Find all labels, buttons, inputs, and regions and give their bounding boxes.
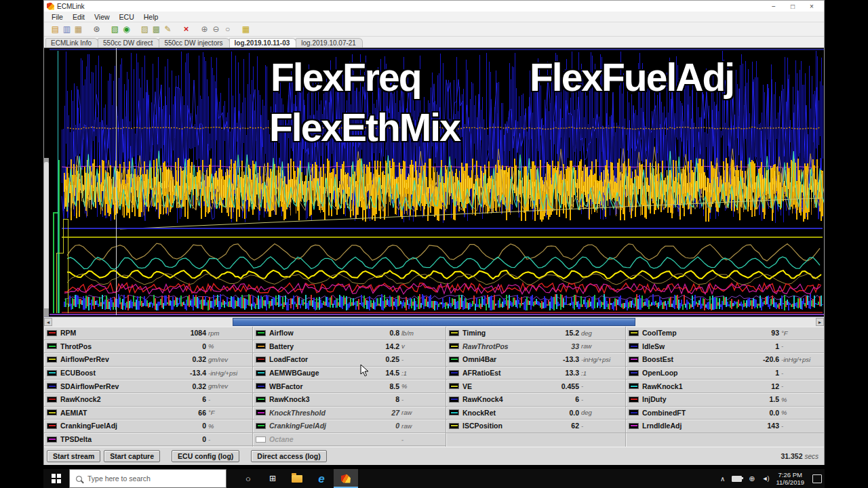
channel-row[interactable]: CrankingFuelAdj0% bbox=[44, 420, 252, 433]
channel-row[interactable]: ECUBoost-13.4-inHg/+psi bbox=[44, 367, 252, 380]
channel-row[interactable]: AEMIAT66°F bbox=[44, 407, 252, 420]
tune-wrench-icon[interactable]: ✎ bbox=[162, 24, 174, 35]
ecu-config-log--button[interactable]: ECU config (log) bbox=[172, 450, 239, 462]
battery-icon[interactable] bbox=[732, 476, 742, 482]
channel-row[interactable]: ISCPosition62- bbox=[446, 420, 625, 433]
graph-vertical-scrollbar[interactable] bbox=[44, 158, 49, 317]
taskbar-icon-edge[interactable]: e bbox=[309, 469, 334, 488]
channel-row[interactable]: KnockThreshold27raw bbox=[253, 407, 446, 420]
channel-row[interactable]: Octane- bbox=[253, 433, 446, 447]
volume-icon[interactable]: ◄) bbox=[762, 475, 769, 482]
channel-row[interactable]: RawKnock38- bbox=[253, 393, 446, 407]
channel-row[interactable]: RPM1084rpm bbox=[44, 327, 252, 340]
channel-value: 12 bbox=[744, 382, 779, 390]
taskbar-icon-task-view[interactable]: ⊞ bbox=[260, 469, 285, 488]
channel-row[interactable]: TPSDelta0- bbox=[44, 433, 252, 447]
graph-horizontal-scrollbar-thumb[interactable] bbox=[233, 318, 635, 326]
restore-button[interactable]: □ bbox=[783, 1, 802, 12]
taskbar-icon-ecmlink[interactable] bbox=[334, 469, 358, 488]
channel-row[interactable]: WBFactor8.5% bbox=[253, 380, 446, 393]
taskbar-icon-cortana[interactable]: ○ bbox=[236, 469, 260, 488]
channel-row[interactable]: VE0.455- bbox=[446, 380, 625, 393]
channel-row[interactable]: ThrotPos0% bbox=[44, 340, 252, 354]
channel-row[interactable]: RawKnock46- bbox=[446, 393, 625, 407]
start-capture-button[interactable]: Start capture bbox=[104, 450, 160, 462]
log-graph[interactable]: FlexFreqFlexFuelAdjFlexEthMix bbox=[44, 47, 824, 317]
tab-bar: ECMLink Info550cc DW direct550cc DW inje… bbox=[44, 37, 824, 47]
channel-unit: lb/m bbox=[401, 329, 442, 337]
copy-log-icon[interactable]: ▦ bbox=[73, 24, 84, 35]
channel-unit: rpm bbox=[208, 329, 249, 337]
save-log-icon[interactable]: ▥ bbox=[61, 24, 73, 35]
menu-ecu[interactable]: ECU bbox=[115, 13, 139, 21]
minimize-button[interactable]: − bbox=[764, 1, 783, 12]
channel-row[interactable]: CombinedFT0.0% bbox=[626, 407, 824, 420]
tray-expand-icon[interactable]: ∧ bbox=[720, 475, 725, 483]
start-stream-button[interactable]: Start stream bbox=[47, 450, 100, 462]
channel-row[interactable]: InjDuty1.5% bbox=[626, 393, 824, 407]
taskbar-search[interactable]: Type here to search bbox=[69, 469, 226, 488]
zoom-out-icon[interactable]: ⊖ bbox=[210, 24, 222, 35]
channel-unit: - bbox=[401, 356, 442, 363]
channel-color-swatch bbox=[629, 357, 639, 363]
import-table-icon[interactable]: ▧ bbox=[109, 24, 121, 35]
settings-gear-icon[interactable]: ⊛ bbox=[91, 24, 102, 35]
channel-unit: raw bbox=[401, 422, 442, 430]
channel-row[interactable]: LoadFactor0.25- bbox=[253, 353, 446, 367]
channel-name: InjDuty bbox=[642, 395, 744, 403]
tab-log-2019-10-11-03[interactable]: log.2019.10.11-03 bbox=[229, 38, 297, 47]
channel-row[interactable]: KnockRet0.0deg bbox=[446, 407, 625, 420]
network-icon[interactable]: ⊕ bbox=[749, 474, 755, 483]
tab-log-2019-10-07-21[interactable]: log.2019.10.07-21 bbox=[296, 38, 363, 47]
open-log-icon[interactable]: ▤ bbox=[50, 24, 61, 35]
zoom-in-icon[interactable]: ⊕ bbox=[199, 24, 210, 35]
menu-edit[interactable]: Edit bbox=[68, 13, 90, 21]
channel-row[interactable]: CrankingFuelAdj0raw bbox=[253, 420, 446, 433]
start-button[interactable] bbox=[43, 469, 69, 488]
channel-unit: - bbox=[208, 396, 249, 403]
menu-view[interactable]: View bbox=[90, 13, 115, 21]
tab-550cc-dw-injectors[interactable]: 550cc DW injectors bbox=[159, 38, 229, 47]
menu-file[interactable]: File bbox=[47, 13, 68, 21]
channel-name: ThrotPos bbox=[60, 342, 171, 350]
channel-row[interactable]: RawKnock112- bbox=[626, 380, 824, 393]
direct-access-log--button[interactable]: Direct access (log) bbox=[251, 450, 326, 462]
display-options-icon[interactable]: ▦ bbox=[240, 24, 252, 35]
table-tools-icon[interactable]: ▩ bbox=[151, 24, 162, 35]
graph-horizontal-scrollbar[interactable]: ◄ ► bbox=[44, 317, 824, 327]
channel-row[interactable]: RawKnock26- bbox=[44, 393, 252, 407]
system-tray: ∧ ⊕ ◄) 7:26 PM 11/6/2019 bbox=[717, 469, 825, 488]
scroll-left-arrow[interactable]: ◄ bbox=[44, 318, 52, 326]
channel-row[interactable]: BoostEst-20.6-inHg/+psi bbox=[626, 353, 824, 367]
taskbar-clock[interactable]: 7:26 PM 11/6/2019 bbox=[776, 471, 804, 486]
channel-row[interactable]: AirflowPerRev0.32gm/rev bbox=[44, 353, 252, 367]
menu-help[interactable]: Help bbox=[139, 13, 163, 21]
channel-row[interactable]: LrndIdleAdj143- bbox=[626, 420, 824, 433]
channel-row[interactable]: OpenLoop1- bbox=[626, 367, 824, 380]
graph-vertical-scrollbar-thumb[interactable] bbox=[44, 162, 49, 308]
channel-row[interactable]: Omni4Bar-13.3-inHg/+psi bbox=[446, 353, 625, 367]
channel-row[interactable]: RawThrotPos33raw bbox=[446, 340, 625, 354]
zoom-reset-icon[interactable]: ○ bbox=[222, 24, 233, 35]
channel-value: 33 bbox=[544, 342, 579, 350]
channel-row[interactable]: Timing15.2deg bbox=[446, 327, 625, 340]
channel-value: 93 bbox=[744, 329, 779, 337]
channel-row[interactable]: IdleSw1- bbox=[626, 340, 824, 354]
channel-row[interactable]: SDAirflowPerRev0.32gm/rev bbox=[44, 380, 252, 393]
close-button[interactable]: × bbox=[802, 1, 821, 12]
channel-row[interactable]: AEMWBGauge14.5:1 bbox=[253, 367, 446, 380]
channel-row[interactable]: Airflow0.8lb/m bbox=[253, 327, 446, 340]
tab-550cc-dw-direct[interactable]: 550cc DW direct bbox=[98, 38, 159, 47]
scroll-right-arrow[interactable]: ► bbox=[816, 318, 824, 326]
channel-row[interactable]: AFRatioEst13.3:1 bbox=[446, 367, 625, 380]
tab-ecmlink-info[interactable]: ECMLink Info bbox=[45, 38, 98, 47]
sync-ecu-icon[interactable]: ◉ bbox=[121, 24, 132, 35]
channel-name: BoostEst bbox=[642, 355, 744, 363]
disconnect-icon[interactable]: × bbox=[180, 24, 192, 35]
taskbar-icon-file-explorer[interactable] bbox=[285, 469, 309, 488]
channel-row[interactable]: CoolTemp93°F bbox=[626, 327, 824, 340]
action-center-icon[interactable] bbox=[812, 474, 822, 483]
edit-tables-icon[interactable]: ▨ bbox=[139, 24, 151, 35]
channel-name: RPM bbox=[60, 329, 171, 337]
channel-row[interactable]: Battery14.2v bbox=[253, 340, 446, 354]
